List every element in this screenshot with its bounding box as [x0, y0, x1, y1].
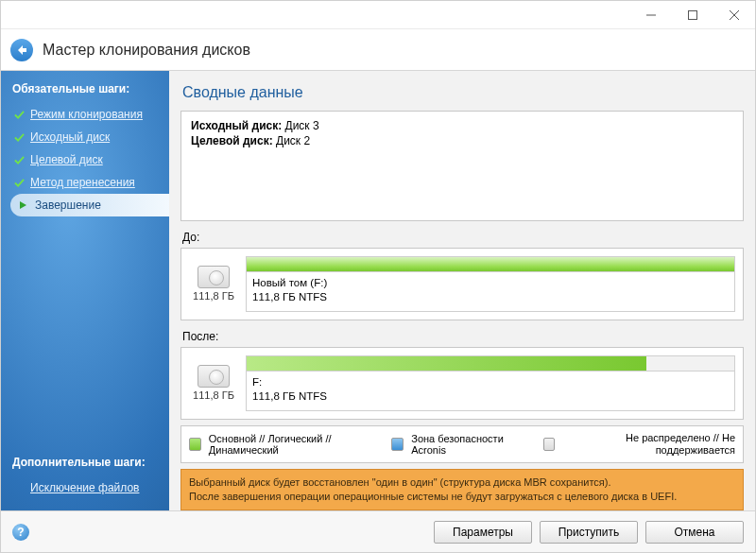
before-label: До:	[182, 231, 744, 244]
legend: Основной // Логический // Динамический З…	[180, 425, 744, 463]
step-clone-mode[interactable]: Режим клонирования	[10, 103, 169, 126]
wizard-header: Мастер клонирования дисков	[1, 29, 755, 71]
step-transfer-method[interactable]: Метод перенесения	[10, 171, 169, 194]
step-label: Исходный диск	[30, 130, 110, 144]
warning-line1: Выбранный диск будет восстановлен "один …	[189, 475, 735, 490]
content-pane: Сводные данные Исходный диск: Диск 3 Цел…	[169, 71, 755, 510]
check-icon	[14, 155, 25, 165]
legend-zone: Зона безопасности Acronis	[411, 433, 527, 456]
hdd-icon	[198, 266, 230, 288]
footer: ? Параметры Приступить Отмена	[1, 510, 755, 552]
after-label: После:	[182, 330, 744, 343]
sidebar: Обязательные шаги: Режим клонирования Ис…	[1, 71, 169, 510]
disk-size: 111,8 ГБ	[193, 389, 234, 401]
step-target-disk[interactable]: Целевой диск	[10, 148, 169, 171]
maximize-button[interactable]	[672, 1, 713, 29]
warning-box: Выбранный диск будет восстановлен "один …	[180, 469, 744, 510]
help-icon[interactable]: ?	[12, 524, 29, 541]
hdd-icon	[198, 365, 230, 388]
volume-detail: 111,8 ГБ NTFS	[252, 290, 729, 305]
check-icon	[14, 132, 25, 143]
step-finish[interactable]: Завершение	[10, 194, 170, 216]
source-disk-label: Исходный диск:	[191, 119, 282, 132]
minimize-button[interactable]	[630, 1, 672, 29]
disk-size: 111,8 ГБ	[193, 290, 234, 302]
sidebar-optional-heading: Дополнительные шаги:	[10, 456, 169, 469]
arrow-left-icon	[16, 44, 27, 56]
legend-swatch-zone	[391, 438, 404, 451]
legend-swatch-unalloc	[543, 438, 556, 451]
legend-unalloc: Не распределено // Не поддерживается	[562, 432, 735, 457]
summary-info-box: Исходный диск: Диск 3 Целевой диск: Диск…	[180, 111, 744, 221]
warning-line2: После завершения операции операционные с…	[189, 490, 735, 504]
disk-icon-col: 111,8 ГБ	[189, 355, 238, 411]
params-button[interactable]: Параметры	[434, 521, 532, 544]
step-label: Завершение	[35, 199, 101, 212]
volume[interactable]: Новый том (F:) 111,8 ГБ NTFS	[246, 256, 735, 312]
step-label: Целевой диск	[30, 153, 103, 166]
close-button[interactable]	[713, 1, 755, 29]
target-disk-label: Целевой диск:	[191, 134, 273, 147]
volume-detail: 111,8 ГБ NTFS	[252, 389, 729, 405]
legend-swatch-primary	[189, 438, 201, 451]
step-label: Метод перенесения	[30, 176, 135, 189]
volume-name: F:	[252, 375, 729, 390]
svg-rect-0	[689, 10, 697, 19]
target-disk-value: Диск 2	[276, 134, 310, 147]
sidebar-required-heading: Обязательные шаги:	[10, 82, 169, 95]
step-source-disk[interactable]: Исходный диск	[10, 126, 169, 148]
step-label: Исключение файлов	[30, 481, 139, 494]
wizard-title: Мастер клонирования дисков	[43, 42, 250, 59]
step-label: Режим клонирования	[30, 108, 143, 121]
source-disk-value: Диск 3	[285, 119, 319, 132]
volume-bar	[247, 356, 734, 372]
disk-icon-col: 111,8 ГБ	[189, 256, 238, 312]
arrow-right-icon	[18, 199, 29, 211]
step-exclude-files[interactable]: Исключение файлов	[10, 476, 169, 499]
volume[interactable]: F: 111,8 ГБ NTFS	[246, 355, 735, 411]
summary-title: Сводные данные	[182, 84, 744, 101]
before-disk-panel: 111,8 ГБ Новый том (F:) 111,8 ГБ NTFS	[180, 248, 744, 320]
check-icon	[14, 178, 25, 188]
cancel-button[interactable]: Отмена	[645, 521, 744, 544]
proceed-button[interactable]: Приступить	[540, 521, 638, 544]
back-button[interactable]	[10, 39, 33, 61]
titlebar	[1, 1, 755, 29]
volume-name: Новый том (F:)	[252, 276, 729, 291]
volume-bar	[247, 257, 734, 272]
after-disk-panel: 111,8 ГБ F: 111,8 ГБ NTFS	[180, 347, 744, 420]
legend-primary: Основной // Логический // Динамический	[209, 433, 385, 456]
check-icon	[14, 110, 25, 120]
